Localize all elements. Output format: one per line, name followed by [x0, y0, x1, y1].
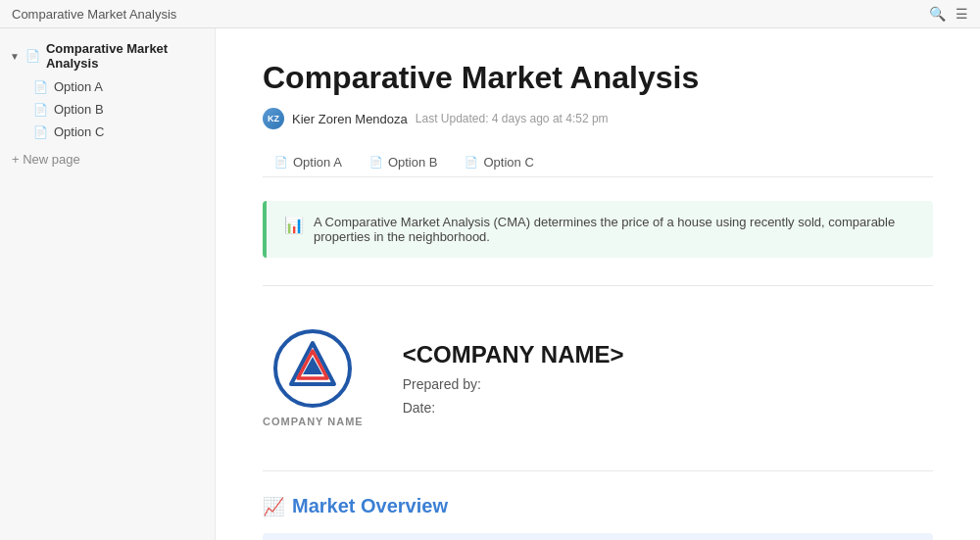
last-updated: Last Updated: 4 days ago at 4:52 pm [416, 112, 609, 125]
company-name-label: COMPANY NAME [263, 416, 364, 427]
sidebar-children: 📄 Option A 📄 Option B 📄 Option C [0, 75, 215, 143]
market-overview-heading: 📈 Market Overview [263, 495, 933, 517]
company-info: <COMPANY NAME> Prepared by: Date: [403, 341, 624, 416]
tab-option-b[interactable]: 📄 Option B [358, 149, 450, 177]
menu-icon[interactable]: ☰ [956, 6, 968, 22]
divider-2 [263, 470, 933, 471]
sidebar-item-option-b[interactable]: 📄 Option B [24, 98, 215, 121]
sidebar-root-item[interactable]: ▼ 📄 Comparative Market Analysis [0, 36, 215, 75]
author-name: Kier Zoren Mendoza [292, 112, 408, 126]
sub-tabs: 📄 Option A 📄 Option B 📄 Option C [263, 149, 933, 177]
main-content: Comparative Market Analysis KZ Kier Zore… [216, 28, 980, 540]
prepared-by: Prepared by: [403, 376, 624, 392]
sidebar-root-label: Comparative Market Analysis [46, 41, 205, 71]
company-logo-area: COMPANY NAME [263, 329, 364, 427]
info-box: 📊 A Comparative Market Analysis (CMA) de… [263, 201, 933, 258]
chart-icon: 📈 [263, 496, 284, 517]
author-row: KZ Kier Zoren Mendoza Last Updated: 4 da… [263, 108, 933, 129]
avatar: KZ [263, 108, 284, 129]
info-icon: 📊 [284, 216, 304, 234]
tab-icon: 📄 [465, 156, 478, 169]
page-icon: 📄 [33, 103, 48, 117]
tab-label: Option C [483, 155, 533, 170]
sidebar-item-label: Option C [54, 124, 104, 139]
chevron-down-icon: ▼ [10, 51, 20, 62]
info-text: A Comparative Market Analysis (CMA) dete… [314, 215, 915, 244]
search-icon[interactable]: 🔍 [929, 6, 946, 22]
sidebar-item-label: Option A [54, 79, 103, 94]
section-title: Market Overview [292, 495, 448, 517]
sidebar: ▼ 📄 Comparative Market Analysis 📄 Option… [0, 28, 216, 540]
tab-option-a[interactable]: 📄 Option A [263, 149, 354, 177]
title-bar-text: Comparative Market Analysis [12, 7, 176, 22]
tab-icon: 📄 [369, 156, 383, 169]
new-page-button[interactable]: + New page [0, 147, 215, 172]
company-block: COMPANY NAME <COMPANY NAME> Prepared by:… [263, 310, 933, 447]
tab-option-c[interactable]: 📄 Option C [453, 149, 545, 177]
new-page-label: + New page [12, 152, 80, 167]
tab-label: Option A [293, 155, 342, 170]
page-icon: 📄 [25, 49, 40, 63]
page-title: Comparative Market Analysis [263, 60, 933, 96]
page-icon: 📄 [33, 125, 48, 139]
tab-label: Option B [388, 155, 438, 170]
sidebar-item-option-a[interactable]: 📄 Option A [24, 75, 215, 98]
divider [263, 285, 933, 286]
sidebar-item-option-c[interactable]: 📄 Option C [24, 121, 215, 143]
company-logo [273, 329, 352, 408]
tab-icon: 📄 [274, 156, 288, 169]
app-body: ▼ 📄 Comparative Market Analysis 📄 Option… [0, 28, 980, 540]
title-bar: Comparative Market Analysis 🔍 ☰ [0, 0, 980, 28]
page-icon: 📄 [33, 80, 48, 94]
company-title: <COMPANY NAME> [403, 341, 624, 368]
date-field: Date: [403, 400, 624, 416]
sidebar-item-label: Option B [54, 102, 104, 117]
title-bar-actions: 🔍 ☰ [929, 6, 968, 22]
hint-box: 💡 Define in this section the market situ… [263, 533, 933, 540]
